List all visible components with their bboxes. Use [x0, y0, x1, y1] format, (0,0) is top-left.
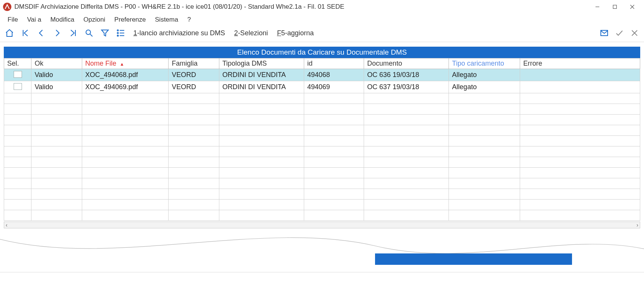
menu-modifica[interactable]: Modifica — [47, 15, 78, 24]
col-ok[interactable]: Ok — [31, 58, 82, 69]
table-row[interactable] — [4, 178, 640, 189]
minimize-button[interactable] — [589, 1, 606, 13]
table-row[interactable] — [4, 146, 640, 157]
checkbox-icon[interactable] — [14, 71, 22, 78]
cell-tipologia: ORDINI DI VENDITA — [219, 69, 304, 81]
content-area: Elenco Documenti da Caricare su Document… — [0, 42, 644, 228]
nav-next-icon[interactable] — [52, 27, 63, 39]
row-select-cell[interactable] — [4, 69, 31, 81]
menu-opzioni[interactable]: Opzioni — [80, 15, 109, 24]
col-tipo-caricamento[interactable]: Tipo caricamento — [449, 58, 520, 69]
cell-tipologia: ORDINI DI VENDITA — [219, 81, 304, 93]
search-icon[interactable] — [83, 27, 95, 39]
cell-errore — [520, 81, 640, 93]
cell-errore — [520, 69, 640, 81]
list-icon[interactable] — [115, 27, 127, 39]
title-bar: DMSDIF Archiviazione Differita DMS - P00… — [0, 0, 644, 14]
sort-asc-icon: ▲ — [118, 61, 124, 67]
nav-prev-icon[interactable] — [36, 27, 47, 39]
col-nome-file[interactable]: Nome File ▲ — [82, 58, 169, 69]
table-row[interactable] — [4, 210, 640, 221]
cell-famiglia: VEORD — [169, 81, 219, 93]
menu-file[interactable]: File — [4, 15, 22, 24]
col-id[interactable]: id — [304, 58, 364, 69]
table-row[interactable] — [4, 168, 640, 178]
action-selezioni[interactable]: 2-Selezioni — [232, 29, 270, 37]
cell-documento: OC 636 19/03/18 — [364, 69, 449, 81]
table-row[interactable] — [4, 157, 640, 168]
col-errore[interactable]: Errore — [520, 58, 640, 69]
cell-nome-file: XOC_494068.pdf — [82, 69, 169, 81]
cancel-icon[interactable] — [629, 27, 640, 39]
table-header-row: Sel. Ok Nome File ▲ Famiglia Tipologia D… — [4, 58, 640, 69]
home-icon[interactable] — [4, 27, 15, 39]
svg-rect-1 — [613, 5, 617, 9]
action-aggiorna[interactable]: F5-aggiorna — [275, 29, 316, 37]
cell-ok: Valido — [31, 69, 82, 81]
maximize-button[interactable] — [606, 1, 624, 13]
documents-table: Sel. Ok Nome File ▲ Famiglia Tipologia D… — [4, 58, 640, 221]
svg-rect-17 — [375, 253, 572, 265]
table-row[interactable] — [4, 136, 640, 146]
nav-last-icon[interactable] — [67, 27, 79, 39]
cell-ok: Valido — [31, 81, 82, 93]
toolbar: 1-lancio archiviazione su DMS 2-Selezion… — [0, 27, 644, 42]
menu-preferenze[interactable]: Preferenze — [111, 15, 150, 24]
confirm-icon[interactable] — [614, 27, 625, 39]
svg-point-12 — [117, 33, 119, 34]
action-archive-dms[interactable]: 1-lancio archiviazione su DMS — [131, 29, 227, 37]
cell-id: 494069 — [304, 81, 364, 93]
cell-tipo-caricamento: Allegato — [449, 69, 520, 81]
table-row[interactable]: ValidoXOC_494068.pdfVEORDORDINI DI VENDI… — [4, 69, 640, 81]
window-title: DMSDIF Archiviazione Differita DMS - P00… — [14, 3, 344, 11]
svg-line-7 — [90, 34, 92, 36]
menu-help[interactable]: ? — [183, 15, 194, 24]
checkbox-icon[interactable] — [14, 83, 22, 90]
col-nome-file-label: Nome File — [85, 60, 116, 67]
table-row[interactable] — [4, 189, 640, 200]
col-sel[interactable]: Sel. — [4, 58, 31, 69]
panel-title: Elenco Documenti da Caricare su Document… — [4, 47, 640, 58]
svg-point-11 — [117, 30, 119, 31]
table-row[interactable] — [4, 125, 640, 136]
close-button[interactable] — [624, 1, 641, 13]
menu-vai-a[interactable]: Vai a — [23, 15, 45, 24]
cell-famiglia: VEORD — [169, 69, 219, 81]
col-documento[interactable]: Documento — [364, 58, 449, 69]
app-icon — [3, 3, 11, 11]
cell-tipo-caricamento: Allegato — [449, 81, 520, 93]
table-row[interactable] — [4, 115, 640, 125]
col-tipologia[interactable]: Tipologia DMS — [219, 58, 304, 69]
crop-wave — [0, 227, 644, 272]
filter-icon[interactable] — [99, 27, 111, 39]
col-famiglia[interactable]: Famiglia — [169, 58, 219, 69]
table-row[interactable] — [4, 200, 640, 210]
menu-bar: File Vai a Modifica Opzioni Preferenze S… — [0, 14, 644, 27]
table-row[interactable] — [4, 104, 640, 115]
cell-documento: OC 637 19/03/18 — [364, 81, 449, 93]
mail-icon[interactable] — [599, 27, 610, 39]
row-select-cell[interactable] — [4, 81, 31, 93]
table-row[interactable]: ValidoXOC_494069.pdfVEORDORDINI DI VENDI… — [4, 81, 640, 93]
menu-sistema[interactable]: Sistema — [151, 15, 182, 24]
table-row[interactable] — [4, 93, 640, 104]
cell-id: 494068 — [304, 69, 364, 81]
nav-first-icon[interactable] — [20, 27, 31, 39]
svg-point-6 — [86, 30, 91, 35]
cell-nome-file: XOC_494069.pdf — [82, 81, 169, 93]
